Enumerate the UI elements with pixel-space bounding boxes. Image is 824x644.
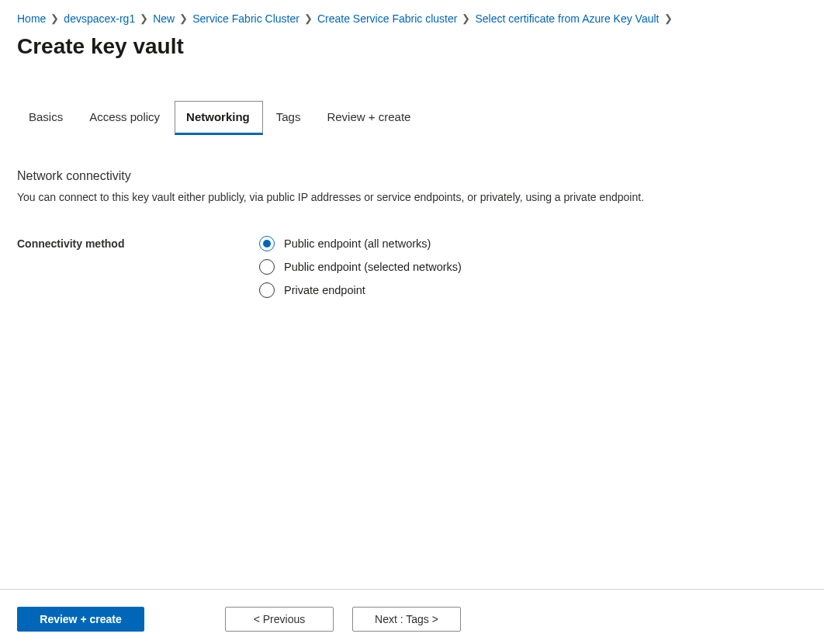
breadcrumb: Home ❯ devspacex-rg1 ❯ New ❯ Service Fab… (17, 11, 807, 26)
tab-access-policy[interactable]: Access policy (78, 101, 173, 135)
breadcrumb-link-rg[interactable]: devspacex-rg1 (64, 11, 135, 26)
breadcrumb-link-home[interactable]: Home (17, 11, 46, 26)
breadcrumb-link-create-sfc[interactable]: Create Service Fabric cluster (317, 11, 458, 26)
tab-networking[interactable]: Networking (175, 101, 263, 135)
radio-icon (259, 282, 275, 298)
radio-public-all[interactable]: Public endpoint (all networks) (259, 236, 462, 251)
chevron-right-icon: ❯ (140, 11, 148, 26)
tab-basics[interactable]: Basics (17, 101, 76, 135)
radio-icon (259, 259, 275, 275)
chevron-right-icon: ❯ (50, 11, 59, 26)
next-button[interactable]: Next : Tags > (352, 607, 461, 632)
footer-action-bar: Review + create < Previous Next : Tags > (0, 589, 824, 632)
previous-button[interactable]: < Previous (225, 607, 334, 632)
field-label-connectivity: Connectivity method (17, 236, 259, 298)
chevron-right-icon: ❯ (304, 11, 313, 26)
breadcrumb-link-sfc[interactable]: Service Fabric Cluster (192, 11, 299, 26)
radio-label: Private endpoint (284, 284, 365, 296)
tab-tags[interactable]: Tags (265, 101, 314, 135)
section-description: You can connect to this key vault either… (17, 189, 700, 205)
section-heading: Network connectivity (17, 169, 807, 183)
radio-icon (259, 236, 275, 251)
breadcrumb-link-select-cert[interactable]: Select certificate from Azure Key Vault (475, 11, 659, 26)
chevron-right-icon: ❯ (664, 11, 673, 26)
chevron-right-icon: ❯ (462, 11, 470, 26)
page-title: Create key vault (17, 34, 807, 59)
radio-label: Public endpoint (selected networks) (284, 261, 462, 273)
tab-review-create[interactable]: Review + create (315, 101, 424, 135)
tab-bar: Basics Access policy Networking Tags Rev… (17, 101, 807, 135)
radio-label: Public endpoint (all networks) (284, 237, 431, 250)
breadcrumb-link-new[interactable]: New (153, 11, 175, 26)
review-create-button[interactable]: Review + create (17, 607, 144, 632)
connectivity-options: Public endpoint (all networks) Public en… (259, 236, 462, 298)
radio-public-selected[interactable]: Public endpoint (selected networks) (259, 259, 462, 275)
chevron-right-icon: ❯ (179, 11, 188, 26)
radio-private-endpoint[interactable]: Private endpoint (259, 282, 462, 298)
